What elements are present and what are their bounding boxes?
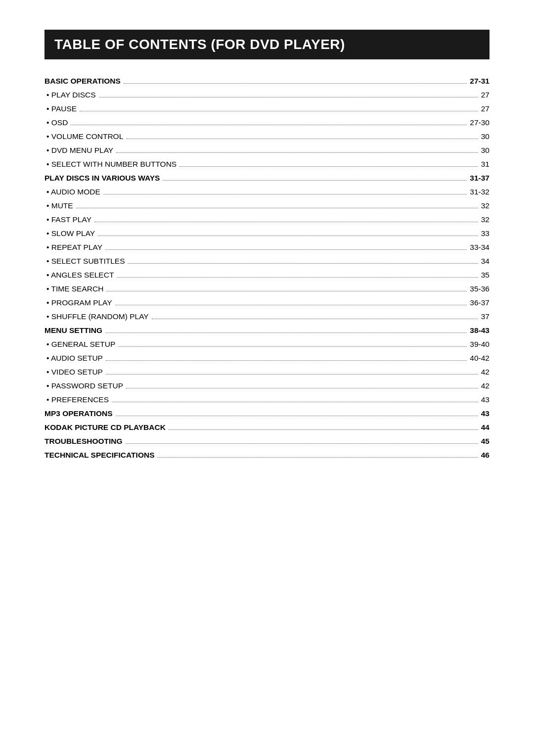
toc-page: 35 xyxy=(481,271,490,280)
toc-dots xyxy=(118,346,467,347)
toc-page: 40-42 xyxy=(470,354,490,363)
toc-label: • ANGLES SELECT xyxy=(46,271,114,280)
toc-row: • AUDIO SETUP40-42 xyxy=(44,351,490,365)
toc-row: PLAY DISCS IN VARIOUS WAYS31-37 xyxy=(44,171,490,185)
toc-page: 45 xyxy=(481,437,490,446)
toc-dots xyxy=(157,457,478,458)
toc-label: • AUDIO MODE xyxy=(46,188,100,196)
toc-label: • AUDIO SETUP xyxy=(46,354,103,363)
toc-row: KODAK PICTURE CD PLAYBACK44 xyxy=(44,421,490,434)
toc-page: 32 xyxy=(481,201,490,210)
toc-dots xyxy=(152,319,478,319)
toc-label: BASIC OPERATIONS xyxy=(44,77,121,86)
toc-label: • PASSWORD SETUP xyxy=(46,381,123,390)
toc-row: • AUDIO MODE31-32 xyxy=(44,185,490,199)
toc-page: 31-32 xyxy=(470,188,490,196)
toc-row: • PASSWORD SETUP42 xyxy=(44,379,490,393)
toc-row: • PREFERENCES43 xyxy=(44,393,490,407)
toc-row: TECHNICAL SPECIFICATIONS46 xyxy=(44,448,490,462)
toc-label: KODAK PICTURE CD PLAYBACK xyxy=(44,423,166,432)
toc-label: • VIDEO SETUP xyxy=(46,368,103,377)
toc-label: PLAY DISCS IN VARIOUS WAYS xyxy=(44,174,160,183)
toc-page: 32 xyxy=(481,215,490,224)
toc-label: • DVD MENU PLAY xyxy=(46,146,113,155)
toc-label: • MUTE xyxy=(46,201,73,210)
toc-page: 31 xyxy=(481,160,490,169)
toc-label: TECHNICAL SPECIFICATIONS xyxy=(44,451,154,460)
toc-dots xyxy=(126,139,478,139)
toc-page: 31-37 xyxy=(470,174,490,183)
toc-row: TROUBLESHOOTING45 xyxy=(44,434,490,448)
toc-dots xyxy=(106,360,467,361)
toc-dots xyxy=(105,332,467,333)
toc-row: • GENERAL SETUP39-40 xyxy=(44,337,490,351)
toc-label: • PAUSE xyxy=(46,104,77,113)
toc-label: • SLOW PLAY xyxy=(46,229,95,238)
table-of-contents: BASIC OPERATIONS27-31• PLAY DISCS27• PAU… xyxy=(44,74,490,462)
toc-page: 38-43 xyxy=(470,326,490,335)
toc-row: MENU SETTING38-43 xyxy=(44,324,490,337)
toc-row: • FAST PLAY32 xyxy=(44,213,490,227)
toc-dots xyxy=(106,374,478,375)
toc-page: 42 xyxy=(481,381,490,390)
toc-page: 36-37 xyxy=(470,298,490,307)
toc-row: • VOLUME CONTROL30 xyxy=(44,130,490,143)
toc-dots xyxy=(99,97,478,97)
toc-label: • OSD xyxy=(46,118,68,127)
toc-dots xyxy=(71,125,467,125)
toc-page: 43 xyxy=(481,395,490,404)
toc-page: 33 xyxy=(481,229,490,238)
toc-row: • SELECT SUBTITLES34 xyxy=(44,254,490,268)
toc-dots xyxy=(103,194,467,194)
toc-dots xyxy=(115,305,467,305)
toc-dots xyxy=(126,443,478,444)
toc-dots xyxy=(112,402,478,402)
toc-dots xyxy=(128,263,478,264)
page-title: TABLE OF CONTENTS (FOR DVD PLAYER) xyxy=(44,30,490,59)
toc-dots xyxy=(126,388,478,388)
toc-page: 30 xyxy=(481,132,490,141)
toc-page: 30 xyxy=(481,146,490,155)
toc-label: TROUBLESHOOTING xyxy=(44,437,123,446)
toc-label: • REPEAT PLAY xyxy=(46,243,102,252)
toc-label: • PLAY DISCS xyxy=(46,91,96,99)
toc-label: MENU SETTING xyxy=(44,326,102,335)
toc-page: 27-30 xyxy=(470,118,490,127)
toc-row: • PROGRAM PLAY36-37 xyxy=(44,296,490,310)
toc-row: BASIC OPERATIONS27-31 xyxy=(44,74,490,88)
toc-label: • SELECT WITH NUMBER BUTTONS xyxy=(46,160,177,169)
toc-page: 27-31 xyxy=(470,77,490,86)
toc-page: 46 xyxy=(481,451,490,460)
toc-dots xyxy=(163,180,467,181)
toc-page: 33-34 xyxy=(470,243,490,252)
toc-dots xyxy=(94,222,478,222)
toc-label: MP3 OPERATIONS xyxy=(44,409,113,418)
toc-dots xyxy=(106,291,467,291)
toc-row: • SHUFFLE (RANDOM) PLAY37 xyxy=(44,310,490,324)
toc-dots xyxy=(76,208,478,208)
toc-row: • OSD27-30 xyxy=(44,116,490,130)
toc-page: 34 xyxy=(481,257,490,266)
toc-row: • PLAY DISCS27 xyxy=(44,88,490,102)
toc-row: • PAUSE27 xyxy=(44,102,490,116)
toc-page: 27 xyxy=(481,91,490,99)
toc-page: 27 xyxy=(481,104,490,113)
toc-dots xyxy=(169,429,478,430)
toc-dots xyxy=(124,83,467,84)
toc-label: • VOLUME CONTROL xyxy=(46,132,123,141)
toc-row: • SLOW PLAY33 xyxy=(44,227,490,240)
toc-page: 42 xyxy=(481,368,490,377)
toc-label: • SELECT SUBTITLES xyxy=(46,257,125,266)
toc-row: • TIME SEARCH35-36 xyxy=(44,282,490,296)
toc-row: MP3 OPERATIONS43 xyxy=(44,407,490,421)
toc-row: • DVD MENU PLAY30 xyxy=(44,143,490,157)
toc-label: • SHUFFLE (RANDOM) PLAY xyxy=(46,312,149,321)
toc-page: 37 xyxy=(481,312,490,321)
toc-page: 35-36 xyxy=(470,284,490,293)
toc-page: 44 xyxy=(481,423,490,432)
toc-dots xyxy=(80,111,478,111)
toc-page: 39-40 xyxy=(470,340,490,349)
toc-dots xyxy=(117,277,478,278)
toc-dots xyxy=(116,152,478,153)
toc-row: • REPEAT PLAY33-34 xyxy=(44,240,490,254)
